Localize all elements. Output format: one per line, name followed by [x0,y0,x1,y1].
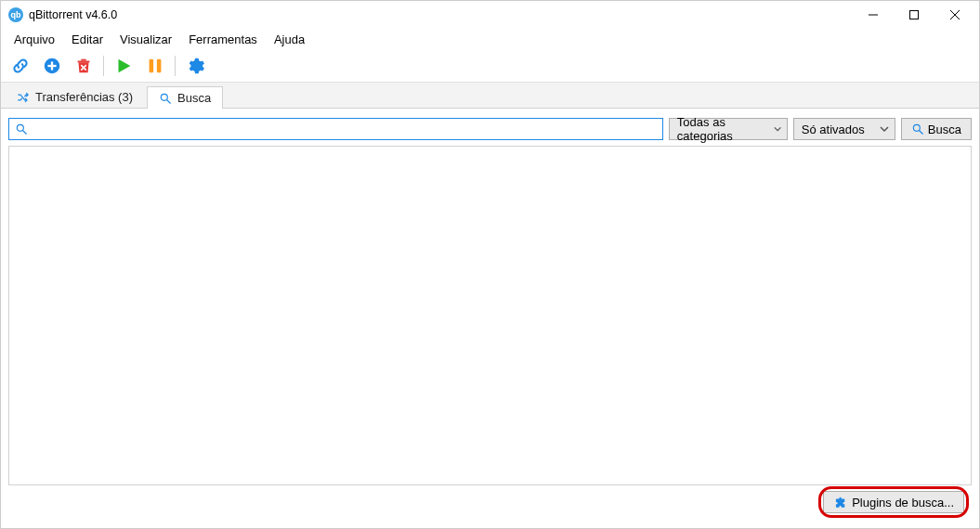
start-button[interactable] [110,52,137,80]
category-select-label: Todas as categorias [677,115,766,143]
search-panel: Todas as categorias Só ativados Busca Pl… [1,109,979,528]
shuffle-icon [17,91,30,104]
gear-icon [185,56,205,76]
svg-line-14 [23,131,27,135]
chevron-down-icon [880,124,889,134]
titlebar: qb qBittorrent v4.6.0 [1,1,979,29]
menu-help[interactable]: Ajuda [267,31,312,48]
svg-line-12 [167,99,171,103]
menubar: Arquivo Editar Visualizar Ferramentas Aj… [1,29,979,49]
puzzle-icon [833,496,846,509]
toolbar [1,49,979,83]
search-plugins-button-label: Plugins de busca... [852,496,954,510]
app-icon: qb [8,7,23,22]
plus-circle-icon [42,56,62,76]
add-torrent-button[interactable] [38,52,66,80]
menu-edit[interactable]: Editar [64,31,111,48]
search-icon [911,123,924,135]
pause-button[interactable] [141,52,169,80]
tab-search[interactable]: Busca [147,86,223,109]
results-panel [8,146,972,485]
toolbar-separator [103,56,104,76]
svg-point-11 [161,94,167,100]
toolbar-separator [175,56,176,76]
bottom-row: Plugins de busca... [8,485,972,521]
search-plugins-button[interactable]: Plugins de busca... [823,491,964,513]
search-icon [15,123,28,135]
search-input-container [8,118,663,140]
settings-button[interactable] [181,52,209,80]
search-row: Todas as categorias Só ativados Busca [8,118,972,140]
tabs: Transferências (3) Busca [1,83,979,109]
svg-rect-10 [157,58,162,72]
pause-icon [145,56,165,76]
window-close-button[interactable] [934,1,975,29]
chevron-down-icon [774,124,781,134]
play-icon [113,56,134,76]
status-select[interactable]: Só ativados [793,118,895,140]
window-minimize-button[interactable] [853,1,894,29]
search-input[interactable] [32,120,657,138]
window-maximize-button[interactable] [894,1,934,29]
svg-rect-1 [910,11,919,19]
menu-file[interactable]: Arquivo [7,31,62,48]
add-link-button[interactable] [7,52,34,80]
search-button-label: Busca [928,123,961,136]
svg-point-15 [913,124,920,131]
svg-point-13 [17,124,23,131]
tab-transfers-label: Transferências (3) [35,90,133,104]
link-icon [10,56,31,76]
tab-search-label: Busca [177,91,211,105]
svg-line-16 [920,131,923,135]
maximize-icon [909,10,919,19]
menu-view[interactable]: Visualizar [112,31,179,48]
window-title: qBittorrent v4.6.0 [29,8,117,21]
trash-icon [73,56,94,76]
minimize-icon [869,10,878,19]
menu-tools[interactable]: Ferramentas [181,31,265,48]
tab-transfers[interactable]: Transferências (3) [5,85,145,108]
delete-button[interactable] [70,52,98,80]
search-button[interactable]: Busca [901,118,972,140]
close-icon [950,10,960,19]
search-icon [159,92,172,105]
svg-rect-9 [150,58,154,72]
category-select[interactable]: Todas as categorias [669,118,788,140]
status-select-label: Só ativados [802,123,865,136]
